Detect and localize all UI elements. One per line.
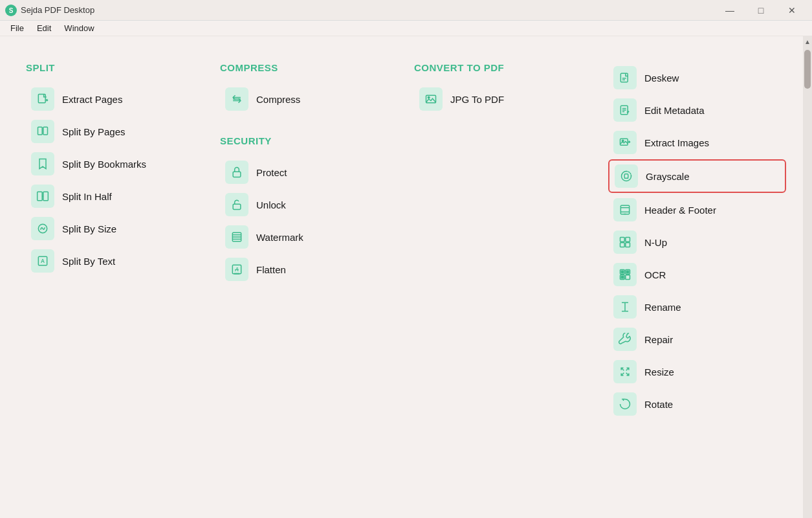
menu-resize[interactable]: Resize	[608, 356, 786, 387]
header-footer-label: Header & Footer	[644, 205, 716, 216]
svg-rect-43	[620, 243, 625, 247]
menu-window[interactable]: Window	[59, 22, 99, 34]
split-half-icon-box	[31, 185, 54, 208]
svg-rect-26	[620, 73, 628, 82]
svg-rect-15	[233, 172, 241, 177]
jpg-pdf-icon-box	[419, 87, 443, 111]
menu-nup[interactable]: N-Up	[608, 227, 786, 258]
deskew-label: Deskew	[644, 73, 679, 84]
grayscale-icon	[620, 170, 633, 183]
svg-text:A: A	[234, 266, 239, 273]
split-pages-label: Split By Pages	[62, 126, 126, 137]
rename-label: Rename	[644, 302, 681, 313]
flatten-label: Flatten	[256, 264, 286, 275]
menu-split-in-half[interactable]: Split In Half	[26, 181, 220, 212]
rename-icon-box	[613, 295, 637, 319]
menu-split-by-text[interactable]: A Split By Text	[26, 245, 220, 276]
convert-section: CONVERT TO PDF JPG To PDF	[414, 56, 608, 505]
header-footer-icon: H	[619, 203, 631, 216]
menu-rotate[interactable]: Rotate	[608, 388, 786, 420]
compress-icon-box	[225, 87, 248, 111]
rename-icon	[619, 300, 631, 313]
deskew-icon	[619, 71, 631, 84]
compress-security-section: COMPRESS Compress SECURITY	[220, 56, 414, 505]
menu-header-footer[interactable]: H Header & Footer	[608, 194, 786, 225]
deskew-icon-box	[613, 66, 637, 89]
resize-icon-box	[613, 360, 637, 383]
menu-deskew[interactable]: Deskew	[608, 62, 786, 93]
menu-rename[interactable]: Rename	[608, 291, 786, 322]
svg-point-25	[428, 96, 430, 98]
jpg-pdf-icon	[424, 93, 437, 106]
menu-grayscale[interactable]: Grayscale	[608, 159, 786, 193]
svg-rect-50	[627, 271, 629, 273]
protect-icon-box	[225, 161, 248, 184]
split-size-label: Split By Size	[62, 223, 116, 234]
menu-split-by-pages[interactable]: Split By Pages	[26, 116, 220, 147]
split-pages-icon-box	[31, 120, 54, 143]
menu-split-by-size[interactable]: Split By Size	[26, 213, 220, 244]
scroll-up-arrow[interactable]: ▲	[804, 36, 811, 47]
edit-metadata-icon	[619, 104, 631, 117]
other-section: Deskew Edit Metadata	[608, 56, 786, 505]
menu-file[interactable]: File	[5, 22, 29, 34]
svg-rect-49	[621, 271, 623, 273]
menu-repair[interactable]: Repair	[608, 324, 786, 355]
split-size-icon	[36, 222, 49, 235]
menu-compress[interactable]: Compress	[220, 84, 414, 115]
svg-rect-4	[38, 127, 43, 135]
menu-ocr[interactable]: OCR	[608, 259, 786, 290]
svg-rect-2	[38, 95, 45, 103]
ocr-label: OCR	[644, 269, 666, 280]
nup-icon-box	[613, 231, 637, 254]
menubar: File Edit Window	[0, 21, 812, 36]
svg-rect-41	[620, 238, 625, 242]
extract-images-label: Extract Images	[644, 137, 709, 148]
menu-edit-metadata[interactable]: Edit Metadata	[608, 95, 786, 126]
resize-label: Resize	[644, 366, 674, 377]
flatten-icon: A	[230, 263, 243, 276]
split-section: SPLIT Extract Pages Split By Pages	[26, 56, 220, 505]
split-half-label: Split In Half	[62, 191, 112, 202]
extract-pages-icon-box	[31, 87, 54, 111]
split-text-icon: A	[36, 254, 49, 267]
resize-icon	[619, 365, 631, 378]
split-bookmarks-icon	[36, 157, 49, 170]
compress-title: COMPRESS	[220, 62, 414, 73]
menu-extract-images[interactable]: Extract Images	[608, 127, 786, 158]
svg-rect-42	[626, 238, 630, 242]
window-controls: — □ ✕	[715, 0, 807, 21]
minimize-button[interactable]: —	[715, 0, 745, 21]
convert-title: CONVERT TO PDF	[414, 62, 608, 73]
edit-metadata-label: Edit Metadata	[644, 105, 705, 116]
svg-rect-7	[43, 192, 49, 200]
scrollbar-thumb[interactable]	[804, 50, 811, 89]
menu-unlock[interactable]: Unlock	[220, 189, 414, 220]
grayscale-label: Grayscale	[646, 171, 690, 182]
menu-protect[interactable]: Protect	[220, 157, 414, 188]
flatten-icon-box: A	[225, 258, 248, 281]
maximize-button[interactable]: □	[746, 0, 776, 21]
compress-label: Compress	[256, 94, 300, 105]
menu-jpg-to-pdf[interactable]: JPG To PDF	[414, 84, 608, 115]
split-title: SPLIT	[26, 62, 220, 73]
app-title: Sejda PDF Desktop	[21, 5, 715, 15]
menu-split-by-bookmarks[interactable]: Split By Bookmarks	[26, 148, 220, 179]
nup-label: N-Up	[644, 237, 667, 248]
unlock-icon	[230, 198, 243, 211]
menu-edit[interactable]: Edit	[32, 22, 56, 34]
scrollbar: ▲	[803, 36, 812, 518]
menu-watermark[interactable]: Watermark	[220, 221, 414, 253]
app-logo: S	[5, 5, 17, 16]
compress-icon	[230, 93, 243, 106]
menu-extract-pages[interactable]: Extract Pages	[26, 84, 220, 115]
titlebar: S Sejda PDF Desktop — □ ✕	[0, 0, 812, 21]
ocr-icon	[619, 268, 631, 281]
rotate-icon-box	[613, 392, 637, 416]
close-button[interactable]: ✕	[777, 0, 807, 21]
protect-label: Protect	[256, 167, 287, 178]
unlock-label: Unlock	[256, 199, 286, 210]
menu-flatten[interactable]: A Flatten	[220, 254, 414, 285]
rotate-icon	[619, 398, 631, 411]
extract-images-icon	[619, 136, 631, 149]
